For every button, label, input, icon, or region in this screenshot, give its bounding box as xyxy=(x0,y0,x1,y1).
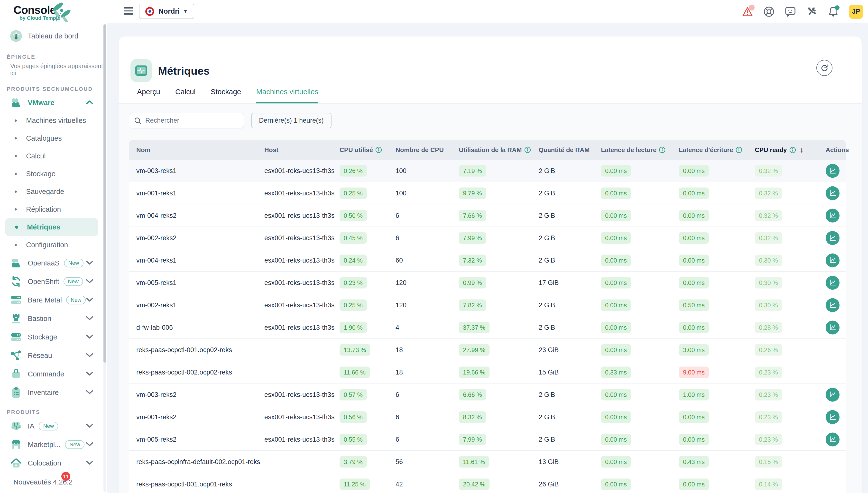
alerts-warning-icon[interactable] xyxy=(742,6,753,17)
sidebar-item-calcul[interactable]: Calcul xyxy=(0,147,103,165)
open-chart-button[interactable] xyxy=(826,320,840,334)
ram-usage-value: 20.42 % xyxy=(459,478,489,490)
ram-usage-value: 27.99 % xyxy=(459,344,489,356)
sidebar-group-commande[interactable]: Commande xyxy=(0,365,103,383)
tab-stockage[interactable]: Stockage xyxy=(211,88,241,104)
sidebar-item-sauvegarde[interactable]: Sauvegarde xyxy=(0,183,103,200)
cpu-used-badge: 0.56 % xyxy=(340,411,367,423)
read-latency-value: 0.00 ms xyxy=(601,232,631,243)
search-input[interactable] xyxy=(145,117,233,124)
open-chart-button[interactable] xyxy=(826,186,840,200)
write-latency-badge: 0.00 ms xyxy=(679,187,709,199)
open-chart-button[interactable] xyxy=(826,276,840,290)
sort-desc-icon[interactable]: ↓ xyxy=(800,146,804,154)
sidebar-item-dashboard[interactable]: Tableau de bord xyxy=(0,27,103,45)
open-chart-button[interactable] xyxy=(826,209,840,222)
open-chart-button[interactable] xyxy=(826,253,840,267)
ram-usage-badge: 27.99 % xyxy=(459,344,489,356)
cpu-count: 18 xyxy=(396,368,403,376)
sidebar-group-vmware[interactable]: VMware xyxy=(0,94,103,112)
time-range-filter[interactable]: Dernière(s) 1 heure(s) xyxy=(251,113,332,128)
app-logo[interactable]: Console by Cloud Temple xyxy=(0,0,107,23)
open-chart-button[interactable] xyxy=(826,231,840,245)
info-icon[interactable] xyxy=(789,147,796,153)
sidebar-item-machines-virtuelles[interactable]: Machines virtuelles xyxy=(0,112,103,129)
column-header-wlat[interactable]: Latence d'écriture xyxy=(679,146,742,154)
ram-quantity: 2 GiB xyxy=(539,324,555,331)
info-icon[interactable] xyxy=(659,147,665,153)
whats-new-link[interactable]: Nouveautés 4.26.2 11 xyxy=(0,470,107,493)
read-latency-value: 0.00 ms xyxy=(601,322,631,333)
sidebar-section-products: PRODUITS xyxy=(7,409,103,415)
write-latency-badge: 0.00 ms xyxy=(679,165,709,176)
read-latency-badge: 0.00 ms xyxy=(601,232,631,243)
open-chart-button[interactable] xyxy=(826,432,840,446)
chevron-down-icon xyxy=(86,279,93,284)
open-chart-button[interactable] xyxy=(826,164,840,178)
tab-calcul[interactable]: Calcul xyxy=(175,88,195,104)
cpu-used-value: 0.25 % xyxy=(340,187,367,199)
dashboard-gauge-icon xyxy=(10,30,22,42)
column-header-ram[interactable]: Utilisation de la RAM xyxy=(459,146,531,154)
sidebar: Console by Cloud Temple Tableau de bord … xyxy=(0,0,107,493)
sidebar-item-catalogues[interactable]: Catalogues xyxy=(0,129,103,147)
sidebar-group-r-seau[interactable]: Réseau xyxy=(0,346,103,365)
ram-usage-badge: 7.99 % xyxy=(459,232,486,243)
cpu-ready-value: 0.30 % xyxy=(755,277,782,288)
feedback-icon[interactable] xyxy=(785,6,796,17)
sidebar-group-bare-metal[interactable]: Bare MetalNew xyxy=(0,291,103,309)
sidebar-group-openiaas[interactable]: OpenIaaSNew xyxy=(0,254,103,272)
sidebar-group-ia[interactable]: IANew xyxy=(0,417,103,435)
bullet-icon xyxy=(15,208,17,211)
notifications-bell-icon[interactable] xyxy=(828,6,839,17)
tools-icon[interactable] xyxy=(806,6,818,17)
read-latency-badge: 0.33 ms xyxy=(601,366,631,378)
open-chart-button[interactable] xyxy=(826,298,840,312)
sidebar-item-m-triques[interactable]: Métriques xyxy=(5,218,98,236)
cpu-used-badge: 1.90 % xyxy=(340,322,367,333)
sidebar-scrollbar[interactable] xyxy=(103,24,106,492)
info-icon[interactable] xyxy=(524,147,531,153)
sidebar-nav: Tableau de bord ÉPINGLÉ Vos pages épingl… xyxy=(0,23,103,470)
info-icon[interactable] xyxy=(375,147,382,153)
sidebar-group-marketpl-[interactable]: Marketpl...New xyxy=(0,435,103,454)
sidebar-item-r-plication[interactable]: Réplication xyxy=(0,200,103,218)
new-badge: New xyxy=(66,296,86,304)
sidebar-group-label: VMware xyxy=(28,99,55,107)
column-header-cpu[interactable]: CPU utilisé xyxy=(340,146,382,154)
tab-machines-virtuelles[interactable]: Machines virtuelles xyxy=(256,88,318,104)
page-title: Métriques xyxy=(158,65,210,78)
column-header-rlat[interactable]: Latence de lecture xyxy=(601,146,665,154)
cpu-count: 6 xyxy=(396,234,399,242)
vm-host: esx001-reks-ucs13-th3s xyxy=(264,189,335,197)
sidebar-item-stockage[interactable]: Stockage xyxy=(0,165,103,183)
ram-quantity: 2 GiB xyxy=(539,256,555,264)
read-latency-value: 0.00 ms xyxy=(601,389,631,400)
cpu-used-value: 0.56 % xyxy=(340,411,367,423)
info-icon[interactable] xyxy=(736,147,742,153)
open-chart-button[interactable] xyxy=(826,388,840,402)
vm-name: vm-002-reks2 xyxy=(136,234,176,242)
ram-usage-value: 7.66 % xyxy=(459,210,486,221)
support-lifebuoy-icon[interactable] xyxy=(763,6,775,17)
refresh-button[interactable] xyxy=(817,60,832,76)
open-chart-button[interactable] xyxy=(826,410,840,424)
read-latency-badge: 0.00 ms xyxy=(601,187,631,199)
sidebar-group-openshift[interactable]: OpenShiftNew xyxy=(0,272,103,291)
sidebar-item-configuration[interactable]: Configuration xyxy=(0,236,103,254)
cpu-used-badge: 11.66 % xyxy=(340,366,370,378)
house-icon xyxy=(10,457,22,469)
tab-aper-u[interactable]: Aperçu xyxy=(137,88,160,104)
cpu-count: 100 xyxy=(396,189,406,197)
cpu-ready-badge: 0.32 % xyxy=(755,210,782,221)
column-header-ready[interactable]: CPU ready↓ xyxy=(755,146,804,154)
sidebar-group-colocation[interactable]: Colocation xyxy=(0,454,103,470)
hamburger-menu-icon[interactable] xyxy=(124,7,133,16)
sidebar-group-stockage[interactable]: Stockage xyxy=(0,328,103,346)
tenant-selector[interactable]: Nordri ▼ xyxy=(139,4,194,19)
cpu-used-value: 11.66 % xyxy=(340,366,370,378)
sidebar-group-bastion[interactable]: Bastion xyxy=(0,309,103,328)
cpu-used-value: 0.23 % xyxy=(340,277,367,288)
user-avatar[interactable]: JP xyxy=(849,5,863,19)
sidebar-group-inventaire[interactable]: Inventaire xyxy=(0,383,103,402)
